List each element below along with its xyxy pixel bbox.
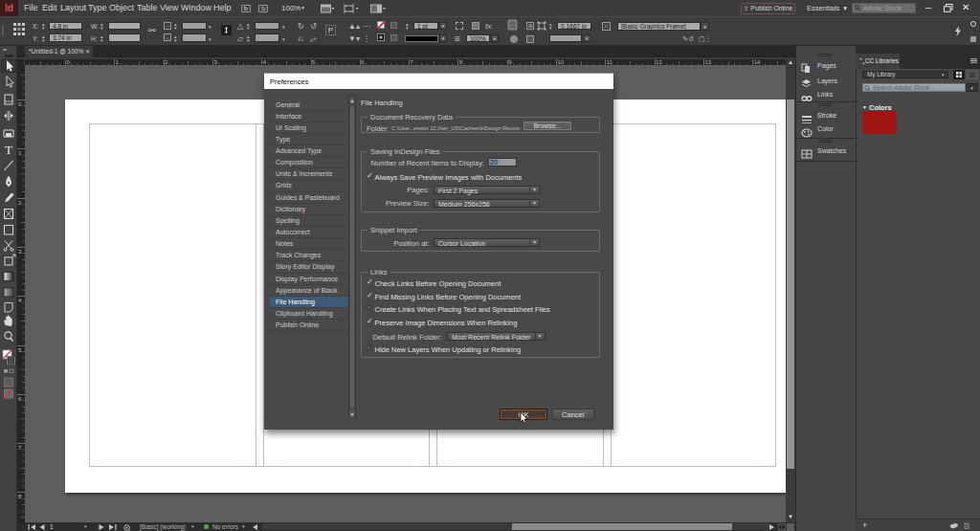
svg-text:T: T (5, 143, 12, 157)
